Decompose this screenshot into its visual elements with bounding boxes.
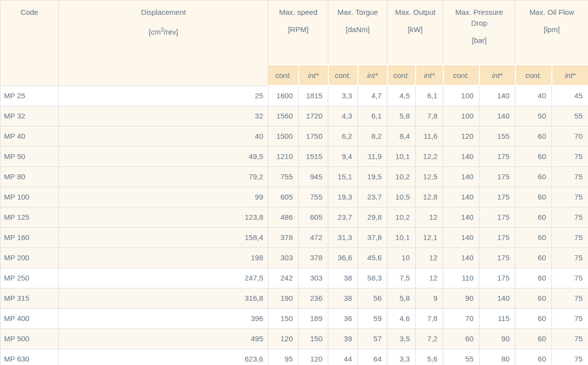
cell-value: 1560 <box>269 106 299 126</box>
cell-value: 60 <box>515 126 552 146</box>
cell-value: 90 <box>443 288 479 308</box>
header-group-max-output: Max. Output [kW] <box>388 0 443 65</box>
cell-value: 140 <box>443 187 479 207</box>
header-displacement-label: Displacement <box>62 7 265 18</box>
cell-displacement: 49,5 <box>59 146 269 166</box>
cell-code: MP 250 <box>0 268 59 288</box>
cell-value: 110 <box>443 268 479 288</box>
cell-value: 60 <box>515 328 552 349</box>
cell-value: 60 <box>515 349 552 365</box>
cell-value: 605 <box>269 187 299 207</box>
cell-value: 60 <box>515 308 552 328</box>
table-row: MP 80 79,2 755 945 15,1 19,5 10,2 12,5 1… <box>0 166 588 187</box>
cell-value: 1600 <box>269 85 299 106</box>
cell-value: 7,8 <box>416 308 443 328</box>
cell-value: 70 <box>552 126 588 146</box>
cell-code: MP 315 <box>0 288 59 308</box>
table-row: MP 630 623,6 95 120 44 64 3,3 5,6 55 80 … <box>0 349 588 365</box>
cell-code: MP 40 <box>0 126 59 146</box>
cell-value: 12,5 <box>416 166 443 187</box>
cell-value: 12 <box>416 207 443 227</box>
cell-value: 10,5 <box>388 187 416 207</box>
cell-value: 70 <box>443 308 479 328</box>
subheader-pressure-cont: cont. <box>443 65 479 85</box>
cell-displacement: 158,4 <box>59 227 269 247</box>
cell-value: 80 <box>479 349 515 365</box>
cell-value: 60 <box>515 187 552 207</box>
cell-value: 38 <box>328 268 358 288</box>
cell-value: 1720 <box>299 106 328 126</box>
cell-value: 175 <box>479 247 515 268</box>
cell-value: 64 <box>358 349 388 365</box>
cell-value: 57 <box>358 328 388 349</box>
cell-value: 10,1 <box>388 146 416 166</box>
cell-value: 75 <box>552 288 588 308</box>
subheader-oil-int: int* <box>552 65 588 85</box>
table-row: MP 40 40 1500 1750 6,2 8,2 8,4 11,6 120 … <box>0 126 588 146</box>
cell-value: 140 <box>443 227 479 247</box>
cell-value: 189 <box>299 308 328 328</box>
header-code-label: Code <box>3 7 55 18</box>
cell-value: 31,3 <box>328 227 358 247</box>
cell-value: 75 <box>552 328 588 349</box>
cell-value: 75 <box>552 268 588 288</box>
cell-value: 945 <box>299 166 328 187</box>
cell-value: 60 <box>443 328 479 349</box>
cell-value: 59 <box>358 308 388 328</box>
cell-value: 155 <box>479 126 515 146</box>
cell-value: 8,2 <box>358 126 388 146</box>
cell-value: 150 <box>299 328 328 349</box>
subheader-torgue-cont: cont. <box>328 65 358 85</box>
cell-value: 4,6 <box>388 308 416 328</box>
cell-value: 11,6 <box>416 126 443 146</box>
cell-value: 37,8 <box>358 227 388 247</box>
cell-value: 12 <box>416 247 443 268</box>
cell-value: 486 <box>269 207 299 227</box>
subheader-pressure-int: int* <box>479 65 515 85</box>
cell-code: MP 100 <box>0 187 59 207</box>
cell-value: 38 <box>328 288 358 308</box>
cell-value: 140 <box>479 288 515 308</box>
cell-value: 12,2 <box>416 146 443 166</box>
subheader-speed-int: int* <box>299 65 328 85</box>
cell-code: MP 400 <box>0 308 59 328</box>
cell-value: 75 <box>552 146 588 166</box>
header-displacement-unit: [cm3/rev] <box>62 24 265 38</box>
cell-displacement: 40 <box>59 126 269 146</box>
cell-code: MP 160 <box>0 227 59 247</box>
cell-value: 36,6 <box>328 247 358 268</box>
cell-value: 60 <box>515 207 552 227</box>
cell-value: 1210 <box>269 146 299 166</box>
table-row: MP 200 198 303 378 36,6 45,6 10 12 140 1… <box>0 247 588 268</box>
cell-value: 9 <box>416 288 443 308</box>
cell-value: 60 <box>515 288 552 308</box>
cell-value: 75 <box>552 349 588 365</box>
cell-displacement: 247,5 <box>59 268 269 288</box>
cell-value: 55 <box>443 349 479 365</box>
cell-value: 1815 <box>299 85 328 106</box>
cell-value: 10,1 <box>388 227 416 247</box>
table-header: Code Displacement [cm3/rev] Max. speed [… <box>0 0 588 86</box>
cell-value: 4,5 <box>388 85 416 106</box>
cell-value: 10,2 <box>388 207 416 227</box>
cell-value: 4,3 <box>328 106 358 126</box>
cell-value: 472 <box>299 227 328 247</box>
cell-value: 3,3 <box>328 85 358 106</box>
cell-displacement: 316,8 <box>59 288 269 308</box>
header-group-max-oil-flow: Max. Oil Flow [lpm] <box>515 0 588 65</box>
cell-displacement: 99 <box>59 187 269 207</box>
subheader-oil-cont: cont. <box>515 65 552 85</box>
cell-value: 39 <box>328 328 358 349</box>
cell-value: 5,8 <box>388 288 416 308</box>
subheader-speed-cont: cont. <box>269 65 299 85</box>
cell-value: 50 <box>515 106 552 126</box>
cell-value: 44 <box>328 349 358 365</box>
cell-value: 6,2 <box>328 126 358 146</box>
cell-displacement: 623,6 <box>59 349 269 365</box>
cell-code: MP 125 <box>0 207 59 227</box>
cell-value: 1500 <box>269 126 299 146</box>
cell-value: 75 <box>552 207 588 227</box>
cell-value: 3,5 <box>388 328 416 349</box>
cell-value: 19,5 <box>358 166 388 187</box>
cell-value: 100 <box>443 85 479 106</box>
